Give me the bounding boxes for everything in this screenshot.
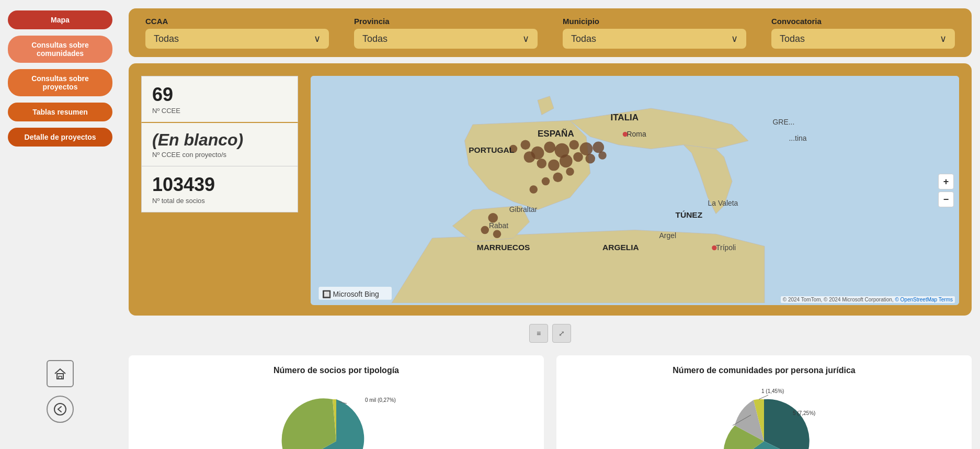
municipio-select[interactable]: Todas ∨	[563, 29, 746, 49]
svg-text:1 (1,45%): 1 (1,45%)	[761, 388, 784, 394]
convocatoria-select[interactable]: Todas ∨	[771, 29, 955, 49]
socios-chart-title: Número de socios por tipología	[274, 366, 399, 375]
municipio-chevron-icon: ∨	[731, 33, 738, 44]
svg-text:🔲 Microsoft Bing: 🔲 Microsoft Bing	[322, 290, 379, 299]
svg-text:ESPAÑA: ESPAÑA	[538, 128, 574, 139]
sidebar-icons	[47, 360, 74, 439]
stat-socios-label: Nº total de socios	[152, 197, 287, 205]
svg-point-39	[712, 245, 716, 250]
svg-point-12	[548, 160, 560, 171]
svg-point-24	[481, 226, 489, 234]
svg-point-18	[598, 151, 607, 160]
svg-text:...tina: ...tina	[789, 134, 807, 142]
svg-point-5	[544, 142, 555, 153]
svg-text:Trípoli: Trípoli	[716, 243, 736, 252]
socios-pie-svg: 74 mil (85,38%) 12 mil (14,35%) 0 mil (0…	[263, 384, 409, 449]
stat-socios-box: 103439 Nº total de socios	[141, 166, 298, 212]
municipio-value: Todas	[571, 33, 596, 44]
svg-point-25	[493, 230, 502, 239]
svg-point-7	[569, 140, 579, 150]
consultas-comunidades-button[interactable]: Consultas sobre comunidades	[8, 36, 112, 63]
svg-text:ITALIA: ITALIA	[611, 113, 639, 122]
back-icon-button[interactable]	[47, 396, 74, 423]
stat-ccee-label: Nº CCEE	[152, 107, 287, 115]
map-svg: ITALIA Roma ESPAÑA PORTUGAL Gibraltar Ra…	[311, 76, 959, 303]
main-content: CCAA Todas ∨ Provincia Todas ∨ Municipio…	[120, 0, 980, 449]
svg-point-11	[560, 154, 573, 167]
ccaa-filter-item: CCAA Todas ∨	[145, 17, 329, 49]
svg-point-2	[54, 403, 66, 415]
filter-bar: CCAA Todas ∨ Provincia Todas ∨ Municipio…	[129, 8, 972, 57]
sidebar: Mapa Consultas sobre comunidades Consult…	[0, 0, 120, 449]
map-container[interactable]: ITALIA Roma ESPAÑA PORTUGAL Gibraltar Ra…	[311, 76, 959, 305]
svg-text:ARGELIA: ARGELIA	[602, 243, 639, 252]
ccaa-select[interactable]: Todas ∨	[145, 29, 329, 49]
svg-text:Argel: Argel	[659, 231, 677, 240]
svg-point-13	[537, 159, 546, 169]
svg-point-20	[542, 177, 550, 186]
stat-ccee-number: 69	[152, 84, 287, 106]
comunidades-chart-title: Número de comunidades por persona jurídi…	[673, 366, 855, 375]
svg-rect-1	[59, 376, 62, 379]
svg-text:MARRUECOS: MARRUECOS	[477, 243, 530, 252]
map-attribution: © 2024 TomTom, © 2024 Microsoft Corporat…	[781, 296, 955, 303]
home-icon-button[interactable]	[47, 360, 74, 387]
svg-point-17	[585, 154, 595, 164]
ccaa-label: CCAA	[145, 17, 329, 26]
stats-column: 69 Nº CCEE (En blanco) Nº CCEE con proye…	[141, 76, 298, 212]
svg-point-15	[520, 140, 530, 150]
stat-ccee-box: 69 Nº CCEE	[141, 76, 298, 123]
zoom-out-button[interactable]: −	[938, 192, 954, 207]
svg-text:Gibraltar: Gibraltar	[509, 205, 538, 214]
bottom-toolbar: ≡ ⤢	[129, 322, 972, 345]
svg-point-14	[524, 151, 535, 163]
dashboard-panel: 69 Nº CCEE (En blanco) Nº CCEE con proye…	[129, 63, 972, 316]
map-controls: + −	[938, 174, 954, 207]
ccaa-chevron-icon: ∨	[314, 33, 321, 44]
socios-chart-container: Número de socios por tipología 74 mil (8…	[129, 355, 544, 449]
mapa-button[interactable]: Mapa	[8, 10, 112, 29]
zoom-in-button[interactable]: +	[938, 174, 954, 189]
tablas-resumen-button[interactable]: Tablas resumen	[8, 103, 112, 121]
export-toolbar-button[interactable]: ⤢	[552, 324, 571, 343]
svg-point-8	[580, 142, 593, 155]
svg-text:TÚNEZ: TÚNEZ	[676, 210, 703, 219]
filter-toolbar-button[interactable]: ≡	[529, 324, 548, 343]
svg-point-10	[573, 152, 583, 162]
convocatoria-filter-item: Convocatoria Todas ∨	[771, 17, 955, 49]
charts-row: Número de socios por tipología 74 mil (8…	[129, 351, 972, 449]
consultas-proyectos-button[interactable]: Consultas sobre proyectos	[8, 69, 112, 96]
socios-pie-wrapper: 74 mil (85,38%) 12 mil (14,35%) 0 mil (0…	[263, 384, 409, 449]
svg-point-22	[566, 167, 574, 176]
svg-text:La Valeta: La Valeta	[708, 199, 738, 207]
detalle-proyectos-button[interactable]: Detalle de proyectos	[8, 128, 112, 147]
provincia-value: Todas	[362, 33, 388, 44]
comunidades-pie-wrapper: 32 (46,38%) 27 (39,13%) 5 (7,25%) 1 (1,4…	[680, 384, 848, 449]
provincia-select[interactable]: Todas ∨	[354, 29, 538, 49]
stat-ccee-proyectos-number: (En blanco)	[152, 130, 287, 150]
svg-point-19	[553, 172, 563, 182]
svg-text:PORTUGAL: PORTUGAL	[469, 145, 514, 154]
svg-text:Rabat: Rabat	[489, 221, 508, 230]
convocatoria-value: Todas	[780, 33, 805, 44]
provincia-label: Provincia	[354, 17, 538, 26]
svg-text:GRE...: GRE...	[773, 118, 795, 126]
ccaa-value: Todas	[154, 33, 179, 44]
comunidades-chart-container: Número de comunidades por persona jurídi…	[556, 355, 972, 449]
svg-text:5 (7,25%): 5 (7,25%)	[793, 410, 815, 416]
stat-socios-number: 103439	[152, 174, 287, 196]
convocatoria-label: Convocatoria	[771, 17, 955, 26]
provincia-chevron-icon: ∨	[522, 33, 529, 44]
svg-point-28	[623, 132, 628, 137]
svg-text:0 mil (0,27%): 0 mil (0,27%)	[365, 397, 396, 403]
svg-line-57	[759, 395, 768, 399]
comunidades-pie-svg: 32 (46,38%) 27 (39,13%) 5 (7,25%) 1 (1,4…	[680, 384, 848, 449]
convocatoria-chevron-icon: ∨	[940, 33, 947, 44]
stat-ccee-proyectos-label: Nº CCEE con proyecto/s	[152, 151, 287, 159]
svg-point-9	[592, 142, 604, 153]
svg-text:Roma: Roma	[627, 130, 646, 138]
municipio-filter-item: Municipio Todas ∨	[563, 17, 746, 49]
openstreetmap-link[interactable]: © OpenStreetMap	[895, 297, 937, 302]
stat-ccee-proyectos-box: (En blanco) Nº CCEE con proyecto/s	[141, 123, 298, 166]
terms-link[interactable]: Terms	[939, 297, 953, 302]
